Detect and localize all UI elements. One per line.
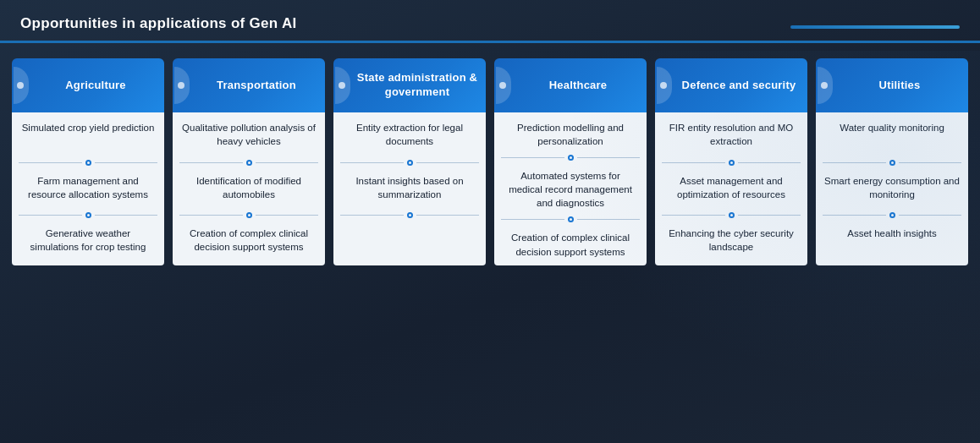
items-container-utilities: Water quality monitoringSmart energy con… bbox=[816, 112, 968, 265]
item-healthcare-0: Prediction modelling and personalization bbox=[494, 112, 647, 155]
category-notch-healthcare bbox=[494, 58, 513, 112]
notch-shape-utilities bbox=[818, 67, 833, 104]
notch-shape-healthcare bbox=[496, 67, 511, 104]
item-utilities-1: Smart energy consumption and monitoring bbox=[816, 166, 968, 213]
header-accent-line bbox=[790, 25, 960, 29]
divider-dot-state-admin-1 bbox=[407, 160, 413, 166]
divider-line-right-state-admin-2 bbox=[416, 215, 480, 216]
divider-line-left-agriculture-1 bbox=[19, 162, 82, 163]
column-transportation: TransportationQualitative pollution anal… bbox=[173, 58, 325, 265]
item-agriculture-2: Generative weather simulations for crop … bbox=[12, 218, 164, 265]
item-agriculture-1: Farm management and resource allocation … bbox=[12, 166, 164, 213]
divider-line-left-utilities-1 bbox=[823, 162, 886, 163]
divider-line-left-defence-1 bbox=[662, 162, 725, 163]
divider-dot-defence-1 bbox=[729, 160, 735, 166]
category-notch-defence bbox=[655, 58, 674, 112]
divider-utilities-1 bbox=[816, 160, 968, 166]
item-transportation-1: Identification of modified automobiles bbox=[173, 166, 325, 213]
column-healthcare: HealthcarePrediction modelling and perso… bbox=[494, 58, 647, 265]
category-notch-transportation bbox=[173, 58, 191, 112]
category-header-transportation: Transportation bbox=[173, 58, 325, 112]
divider-line-left-state-admin-1 bbox=[340, 162, 404, 163]
divider-dot-state-admin-2 bbox=[407, 212, 413, 218]
item-defence-0: FIR entity resolution and MO extraction bbox=[655, 112, 807, 160]
page-title: Opportunities in applications of Gen AI bbox=[20, 15, 297, 32]
divider-dot-transportation-1 bbox=[246, 160, 252, 166]
notch-shape-state-admin bbox=[335, 67, 350, 104]
items-container-healthcare: Prediction modelling and personalization… bbox=[494, 112, 647, 265]
divider-line-left-transportation-1 bbox=[179, 162, 243, 163]
page-container: Opportunities in applications of Gen AI … bbox=[0, 0, 980, 443]
category-label-healthcare: Healthcare bbox=[513, 72, 647, 100]
divider-line-left-transportation-2 bbox=[179, 215, 243, 216]
item-healthcare-2: Creation of complex clinical decision su… bbox=[494, 222, 647, 265]
page-header: Opportunities in applications of Gen AI bbox=[0, 0, 980, 43]
category-notch-utilities bbox=[816, 58, 834, 112]
divider-defence-2 bbox=[655, 212, 807, 218]
items-container-transportation: Qualitative pollution analysis of heavy … bbox=[173, 112, 325, 265]
divider-defence-1 bbox=[655, 160, 807, 166]
divider-line-right-state-admin-1 bbox=[416, 162, 480, 163]
columns-wrapper: AgricultureSimulated crop yield predicti… bbox=[0, 43, 980, 277]
divider-dot-utilities-2 bbox=[889, 212, 895, 218]
divider-dot-healthcare-2 bbox=[568, 216, 574, 222]
notch-shape-agriculture bbox=[14, 67, 29, 104]
items-container-state-admin: Entity extraction for legal documentsIns… bbox=[333, 112, 486, 265]
divider-line-left-defence-2 bbox=[662, 215, 725, 216]
divider-line-right-transportation-1 bbox=[256, 162, 319, 163]
item-transportation-0: Qualitative pollution analysis of heavy … bbox=[173, 112, 325, 160]
divider-line-right-agriculture-2 bbox=[95, 215, 158, 216]
item-utilities-0: Water quality monitoring bbox=[816, 112, 968, 160]
notch-shape-transportation bbox=[174, 67, 190, 104]
divider-dot-transportation-2 bbox=[246, 212, 252, 218]
item-transportation-2: Creation of complex clinical decision su… bbox=[173, 218, 325, 265]
divider-line-right-agriculture-1 bbox=[95, 162, 158, 163]
divider-line-left-state-admin-2 bbox=[340, 215, 404, 216]
category-label-defence: Defence and security bbox=[674, 72, 807, 100]
divider-line-right-defence-2 bbox=[738, 215, 801, 216]
divider-state-admin-2 bbox=[333, 212, 486, 218]
category-notch-state-admin bbox=[333, 58, 352, 112]
category-header-state-admin: State administration & government bbox=[333, 58, 486, 112]
category-header-defence: Defence and security bbox=[655, 58, 807, 112]
items-container-agriculture: Simulated crop yield predictionFarm mana… bbox=[12, 112, 164, 265]
item-agriculture-0: Simulated crop yield prediction bbox=[12, 112, 164, 160]
category-label-state-admin: State administration & government bbox=[352, 64, 486, 107]
item-healthcare-1: Automated systems for medical record man… bbox=[494, 161, 647, 216]
divider-line-left-utilities-2 bbox=[823, 215, 886, 216]
column-defence: Defence and securityFIR entity resolutio… bbox=[655, 58, 807, 265]
divider-dot-agriculture-1 bbox=[85, 160, 91, 166]
category-label-agriculture: Agriculture bbox=[30, 72, 164, 100]
category-header-utilities: Utilities bbox=[816, 58, 968, 112]
divider-state-admin-1 bbox=[333, 160, 486, 166]
divider-line-left-healthcare-2 bbox=[501, 219, 564, 220]
column-state-admin: State administration & governmentEntity … bbox=[333, 58, 486, 265]
divider-line-right-healthcare-2 bbox=[577, 219, 641, 220]
divider-dot-agriculture-2 bbox=[85, 212, 91, 218]
column-utilities: UtilitiesWater quality monitoringSmart e… bbox=[816, 58, 968, 265]
divider-utilities-2 bbox=[816, 212, 968, 218]
category-header-healthcare: Healthcare bbox=[494, 58, 647, 112]
divider-transportation-2 bbox=[173, 212, 325, 218]
divider-line-right-healthcare-1 bbox=[577, 157, 641, 158]
item-defence-2: Enhancing the cyber security landscape bbox=[655, 218, 807, 265]
divider-line-left-healthcare-1 bbox=[501, 157, 564, 158]
divider-healthcare-1 bbox=[494, 155, 647, 161]
divider-line-right-utilities-2 bbox=[899, 215, 962, 216]
divider-dot-utilities-1 bbox=[889, 160, 895, 166]
category-label-utilities: Utilities bbox=[834, 72, 968, 100]
divider-line-right-utilities-1 bbox=[899, 162, 962, 163]
notch-shape-defence bbox=[657, 67, 672, 104]
item-state-admin-1: Instant insights based on summarization bbox=[333, 166, 486, 213]
divider-agriculture-1 bbox=[12, 160, 164, 166]
item-utilities-2: Asset health insights bbox=[816, 218, 968, 265]
divider-line-right-defence-1 bbox=[738, 162, 801, 163]
divider-line-left-agriculture-2 bbox=[19, 215, 82, 216]
divider-agriculture-2 bbox=[12, 212, 164, 218]
item-state-admin-2 bbox=[333, 218, 486, 265]
divider-transportation-1 bbox=[173, 160, 325, 166]
category-header-agriculture: Agriculture bbox=[12, 58, 164, 112]
divider-healthcare-2 bbox=[494, 216, 647, 222]
divider-dot-defence-2 bbox=[729, 212, 735, 218]
divider-dot-healthcare-1 bbox=[568, 155, 574, 161]
